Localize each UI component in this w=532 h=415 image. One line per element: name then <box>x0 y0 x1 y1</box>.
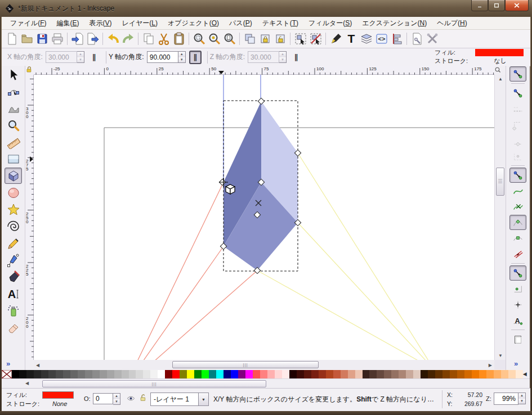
zoom-page-button[interactable] <box>222 31 237 47</box>
palette-swatch[interactable] <box>165 370 172 378</box>
palette-swatch[interactable] <box>245 370 253 378</box>
palette-swatch[interactable] <box>187 370 194 378</box>
layers-dialog-button[interactable] <box>359 31 374 47</box>
snap-bbox-edges-button[interactable] <box>509 101 526 116</box>
snap-page-border-button[interactable] <box>509 332 526 347</box>
snap-enable-button[interactable] <box>509 66 526 82</box>
measure-tool[interactable] <box>5 134 22 150</box>
save-button[interactable] <box>34 31 50 47</box>
menu-p[interactable]: パス(P) <box>224 17 257 30</box>
menu-n[interactable]: エクステンション(N) <box>357 17 432 30</box>
menu-s[interactable]: フィルター(S) <box>303 17 357 30</box>
angle-spinbox[interactable]: ▲▼ <box>147 51 186 63</box>
palette-swatch[interactable] <box>319 370 326 378</box>
palette-swatch[interactable] <box>136 370 143 378</box>
palette-scroll-left-arrow-icon[interactable]: ◀ <box>25 381 29 386</box>
export-button[interactable] <box>85 31 100 47</box>
palette-swatch[interactable] <box>19 370 26 378</box>
palette-swatch[interactable] <box>399 370 406 378</box>
toolbox-expander[interactable]: » <box>6 359 10 368</box>
snap-others-button[interactable] <box>509 265 526 281</box>
snap-nodes-button[interactable] <box>509 168 526 183</box>
palette-swatch[interactable] <box>253 370 260 378</box>
palette-more-arrow-icon[interactable]: ◀ <box>523 370 530 378</box>
angle-spinbox[interactable]: ▲▼ <box>248 51 287 63</box>
opacity-input[interactable] <box>93 393 113 404</box>
opacity-spinbox[interactable]: ▲▼ <box>93 393 120 405</box>
zoom-input[interactable] <box>494 393 518 405</box>
create-clone-button[interactable] <box>257 31 272 47</box>
horizontal-scrollbar[interactable]: ◀|||▶ <box>34 360 494 369</box>
print-button[interactable] <box>50 31 65 47</box>
palette-swatch[interactable] <box>202 370 209 378</box>
layer-select-dropdown-arrow-icon[interactable]: ▼ <box>199 393 209 406</box>
palette-swatch[interactable] <box>56 370 63 378</box>
palette-swatch[interactable] <box>194 370 202 378</box>
angle-spinner-arrows[interactable]: ▲▼ <box>178 51 186 63</box>
palette-swatch[interactable] <box>180 370 187 378</box>
snap-bounding-box-button[interactable] <box>509 85 526 101</box>
palette-swatch[interactable] <box>223 370 231 378</box>
menu-v[interactable]: 表示(V) <box>84 17 117 30</box>
fill-stroke-dialog-button[interactable] <box>328 31 343 47</box>
snap-cusp-nodes-button[interactable] <box>509 215 526 230</box>
palette-swatch[interactable] <box>289 370 297 378</box>
tweak-tool[interactable] <box>5 100 22 116</box>
preferences-button[interactable] <box>424 31 440 47</box>
palette-swatch[interactable] <box>129 370 136 378</box>
minimize-button[interactable] <box>471 0 488 11</box>
scroll-right-arrow-icon[interactable]: ▶ <box>489 363 492 368</box>
angle-input[interactable] <box>147 51 178 63</box>
palette-swatch[interactable] <box>355 370 363 378</box>
horizontal-scroll-thumb[interactable]: ||| <box>172 361 319 368</box>
node-editor-tool[interactable] <box>5 83 22 100</box>
palette-swatch[interactable] <box>260 370 267 378</box>
vp-state-toggle[interactable]: ∥ <box>189 51 202 64</box>
palette-swatch[interactable] <box>26 370 34 378</box>
palette-swatch[interactable] <box>326 370 333 378</box>
layer-select[interactable]: -レイヤー 1 <box>150 393 199 406</box>
spiral-tool[interactable] <box>5 218 22 234</box>
snap-bbox-edge-midpoints-button[interactable] <box>509 133 526 148</box>
palette-swatch[interactable] <box>508 370 516 378</box>
palette-swatch[interactable] <box>516 370 523 378</box>
angle-spinbox[interactable]: ▲▼ <box>46 51 84 63</box>
restore-button[interactable] <box>488 0 505 11</box>
palette-swatch[interactable] <box>348 370 355 378</box>
angle-spinner-arrows[interactable]: ▲▼ <box>77 51 84 63</box>
snapbar-expander[interactable]: » <box>514 359 518 368</box>
palette-swatch[interactable] <box>209 370 216 378</box>
horizontal-ruler[interactable]: -250255075100125150175 <box>34 66 494 75</box>
open-button[interactable] <box>19 31 34 47</box>
palette-swatch[interactable] <box>464 370 472 378</box>
ungroup-objects-button[interactable] <box>308 31 323 47</box>
snap-line-midpoints-button[interactable] <box>509 246 526 261</box>
palette-swatch[interactable] <box>78 370 85 378</box>
selector-tool[interactable] <box>5 66 22 83</box>
vertical-scroll-thumb[interactable]: ||| <box>496 168 504 196</box>
palette-swatch[interactable] <box>311 370 319 378</box>
palette-swatch[interactable] <box>143 370 150 378</box>
undo-button[interactable] <box>105 31 120 47</box>
palette-swatch[interactable] <box>435 370 442 378</box>
zoom-spinbox[interactable]: ▲▼ <box>494 393 526 404</box>
menu-t[interactable]: テキスト(T) <box>257 17 303 30</box>
box3d-tool[interactable] <box>5 168 22 184</box>
palette-swatch[interactable] <box>41 370 48 378</box>
scroll-left-arrow-icon[interactable]: ◀ <box>36 363 39 368</box>
palette-swatch[interactable] <box>377 370 384 378</box>
zoom-spinner-arrows[interactable]: ▲▼ <box>518 393 526 404</box>
drawing-canvas[interactable] <box>34 75 494 360</box>
palette-swatch[interactable] <box>282 370 289 378</box>
document-properties-button[interactable] <box>409 31 424 47</box>
palette-swatch[interactable] <box>333 370 341 378</box>
palette-swatch[interactable] <box>48 370 56 378</box>
scroll-down-arrow-icon[interactable]: ▼ <box>495 353 506 358</box>
scroll-up-arrow-icon[interactable]: ▲ <box>495 76 506 82</box>
palette-swatch[interactable] <box>472 370 479 378</box>
palette-swatch[interactable] <box>457 370 464 378</box>
palette-swatch[interactable] <box>92 370 100 378</box>
zoom-drawing-button[interactable] <box>207 31 222 47</box>
vertical-scrollbar[interactable]: ▲|||▼ <box>494 75 506 360</box>
palette-swatch[interactable] <box>85 370 92 378</box>
